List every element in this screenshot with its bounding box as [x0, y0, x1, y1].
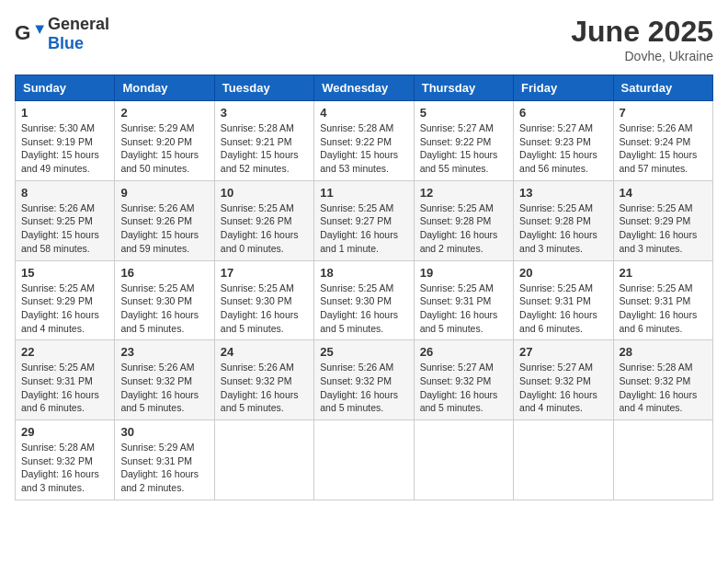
day-info: Daylight: 16 hours [120, 467, 208, 481]
weekday-header-thursday: Thursday [414, 75, 513, 101]
day-number: 2 [120, 106, 208, 120]
day-cell-23: 23Sunrise: 5:26 AMSunset: 9:32 PMDayligh… [115, 340, 214, 420]
day-info: Daylight: 16 hours [420, 388, 507, 402]
day-info: Sunrise: 5:25 AM [221, 282, 308, 295]
weekday-header-row: SundayMondayTuesdayWednesdayThursdayFrid… [16, 75, 713, 101]
svg-marker-1 [35, 25, 44, 34]
day-info: Sunset: 9:32 PM [21, 454, 108, 468]
day-info: Sunset: 9:32 PM [221, 374, 308, 388]
day-cell-27: 27Sunrise: 5:27 AMSunset: 9:32 PMDayligh… [514, 340, 613, 420]
day-info: Sunrise: 5:26 AM [221, 361, 308, 374]
day-info: Sunset: 9:31 PM [21, 374, 108, 388]
day-info: Daylight: 16 hours [221, 308, 308, 322]
day-info: and 0 minutes. [221, 242, 308, 256]
day-cell-26: 26Sunrise: 5:27 AMSunset: 9:32 PMDayligh… [414, 340, 513, 420]
day-info: and 6 minutes. [620, 322, 707, 336]
weekday-header-tuesday: Tuesday [214, 75, 313, 101]
day-info: Sunrise: 5:28 AM [221, 121, 308, 135]
day-info: Sunrise: 5:25 AM [21, 361, 108, 374]
calendar-week-row-1: 1Sunrise: 5:30 AMSunset: 9:19 PMDaylight… [16, 101, 713, 181]
day-info: and 6 minutes. [519, 322, 607, 336]
day-info: Sunrise: 5:29 AM [120, 121, 208, 135]
svg-text:G: G [15, 21, 30, 44]
day-info: Sunrise: 5:25 AM [620, 201, 707, 215]
weekday-header-wednesday: Wednesday [314, 75, 414, 101]
day-cell-13: 13Sunrise: 5:25 AMSunset: 9:28 PMDayligh… [514, 180, 613, 260]
day-info: Sunrise: 5:29 AM [120, 441, 208, 454]
empty-cell [613, 420, 712, 500]
day-cell-19: 19Sunrise: 5:25 AMSunset: 9:31 PMDayligh… [414, 260, 513, 340]
day-number: 21 [620, 266, 707, 280]
day-cell-21: 21Sunrise: 5:25 AMSunset: 9:31 PMDayligh… [613, 260, 712, 340]
day-info: Daylight: 16 hours [620, 308, 707, 322]
day-cell-14: 14Sunrise: 5:25 AMSunset: 9:29 PMDayligh… [613, 180, 712, 260]
day-cell-10: 10Sunrise: 5:25 AMSunset: 9:26 PMDayligh… [214, 180, 313, 260]
day-info: Sunset: 9:20 PM [120, 135, 208, 149]
day-info: and 5 minutes. [221, 401, 308, 415]
day-number: 17 [221, 266, 308, 280]
day-info: and 5 minutes. [120, 322, 208, 336]
day-info: Sunset: 9:31 PM [620, 294, 707, 308]
day-info: Sunset: 9:31 PM [519, 294, 607, 308]
day-cell-3: 3Sunrise: 5:28 AMSunset: 9:21 PMDaylight… [214, 101, 313, 181]
page-header: G General Blue June 2025 Dovhe, Ukraine [15, 15, 713, 63]
day-info: Daylight: 16 hours [420, 228, 507, 242]
day-info: Sunrise: 5:26 AM [120, 361, 208, 374]
day-info: Sunrise: 5:25 AM [420, 282, 507, 295]
day-info: Daylight: 16 hours [120, 308, 208, 322]
day-info: and 5 minutes. [221, 322, 308, 336]
day-info: Sunrise: 5:28 AM [620, 361, 707, 374]
day-info: and 52 minutes. [221, 162, 308, 176]
day-info: Daylight: 15 hours [620, 148, 707, 162]
day-number: 13 [519, 186, 607, 200]
day-info: Sunrise: 5:28 AM [21, 441, 108, 454]
day-info: Sunrise: 5:27 AM [420, 121, 507, 135]
day-info: and 6 minutes. [21, 401, 108, 415]
day-info: and 5 minutes. [120, 401, 208, 415]
day-info: and 57 minutes. [620, 162, 707, 176]
day-info: and 4 minutes. [21, 322, 108, 336]
day-info: Sunset: 9:28 PM [420, 214, 507, 228]
day-info: and 5 minutes. [320, 401, 407, 415]
day-cell-17: 17Sunrise: 5:25 AMSunset: 9:30 PMDayligh… [214, 260, 313, 340]
day-info: Daylight: 16 hours [519, 388, 607, 402]
day-number: 12 [420, 186, 507, 200]
day-info: Sunrise: 5:26 AM [21, 201, 108, 215]
day-number: 24 [221, 345, 308, 359]
day-number: 22 [21, 345, 108, 359]
day-info: Sunset: 9:23 PM [519, 135, 607, 149]
empty-cell [214, 420, 313, 500]
day-info: Daylight: 16 hours [21, 308, 108, 322]
day-info: and 49 minutes. [21, 162, 108, 176]
day-info: Sunset: 9:31 PM [420, 294, 507, 308]
day-info: and 5 minutes. [320, 322, 407, 336]
day-info: Daylight: 16 hours [221, 228, 308, 242]
day-info: Sunrise: 5:27 AM [519, 361, 607, 374]
calendar-week-row-5: 29Sunrise: 5:28 AMSunset: 9:32 PMDayligh… [16, 420, 713, 500]
day-cell-24: 24Sunrise: 5:26 AMSunset: 9:32 PMDayligh… [214, 340, 313, 420]
title-block: June 2025 Dovhe, Ukraine [571, 15, 713, 63]
day-number: 15 [21, 266, 108, 280]
day-number: 4 [320, 106, 407, 120]
day-number: 11 [320, 186, 407, 200]
day-number: 1 [21, 106, 108, 120]
day-info: Sunrise: 5:26 AM [320, 361, 407, 374]
day-number: 14 [620, 186, 707, 200]
day-number: 10 [221, 186, 308, 200]
day-info: Daylight: 16 hours [120, 388, 208, 402]
day-cell-25: 25Sunrise: 5:26 AMSunset: 9:32 PMDayligh… [314, 340, 414, 420]
day-cell-6: 6Sunrise: 5:27 AMSunset: 9:23 PMDaylight… [514, 101, 613, 181]
day-info: Sunset: 9:28 PM [519, 214, 607, 228]
day-number: 3 [221, 106, 308, 120]
day-cell-12: 12Sunrise: 5:25 AMSunset: 9:28 PMDayligh… [414, 180, 513, 260]
day-info: and 3 minutes. [620, 242, 707, 256]
day-info: Sunset: 9:30 PM [320, 294, 407, 308]
day-info: Daylight: 16 hours [420, 308, 507, 322]
location-title: Dovhe, Ukraine [571, 49, 713, 63]
day-number: 27 [519, 345, 607, 359]
logo-general: General [48, 15, 109, 33]
day-cell-2: 2Sunrise: 5:29 AMSunset: 9:20 PMDaylight… [115, 101, 214, 181]
day-info: Sunrise: 5:26 AM [620, 121, 707, 135]
day-info: Daylight: 16 hours [620, 228, 707, 242]
day-info: and 3 minutes. [21, 481, 108, 495]
